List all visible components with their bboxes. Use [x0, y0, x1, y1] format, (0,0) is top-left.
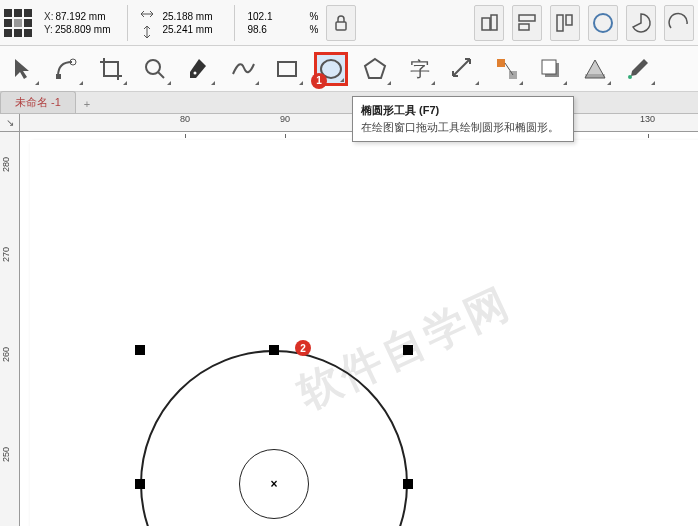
align-button-1[interactable]: [474, 5, 504, 41]
resize-handle-w[interactable]: [135, 479, 145, 489]
pie-button[interactable]: [626, 5, 656, 41]
width-value[interactable]: 25.188 mm: [162, 11, 222, 22]
align-icon: [554, 12, 576, 34]
resize-handle-ne[interactable]: [403, 345, 413, 355]
size-icons: [140, 7, 154, 39]
x-value[interactable]: 87.192 mm: [55, 11, 115, 22]
crop-icon: [98, 56, 124, 82]
resize-handle-n[interactable]: [269, 345, 279, 355]
svg-rect-12: [278, 62, 296, 76]
text-icon: 字: [406, 56, 432, 82]
connector-icon: [494, 56, 520, 82]
artistic-media-tool[interactable]: [226, 52, 260, 86]
document-tab[interactable]: 未命名 -1: [0, 91, 76, 113]
connector-tool[interactable]: [490, 52, 524, 86]
svg-point-10: [146, 60, 160, 74]
width-arrow-icon: [140, 7, 154, 21]
toolbox: 1 字: [0, 46, 698, 92]
eyedropper-tool[interactable]: [622, 52, 656, 86]
x-label: X:: [44, 11, 53, 22]
scale-y-value[interactable]: 98.6: [247, 24, 307, 35]
pie-icon: [630, 12, 652, 34]
ellipse-tool[interactable]: 1: [314, 52, 348, 86]
zoom-tool[interactable]: [138, 52, 172, 86]
resize-handle-e[interactable]: [403, 479, 413, 489]
curve-icon: [230, 56, 256, 82]
percent-label: %: [309, 24, 318, 35]
svg-rect-1: [482, 18, 490, 30]
selected-object[interactable]: × 2: [140, 350, 408, 526]
svg-point-21: [628, 75, 632, 79]
y-value[interactable]: 258.809 mm: [55, 24, 115, 35]
align-icon: [516, 12, 538, 34]
arc-button[interactable]: [664, 5, 694, 41]
svg-rect-19: [542, 60, 556, 74]
magnifier-icon: [142, 56, 168, 82]
position-group: X:87.192 mm Y:258.809 mm: [44, 11, 115, 35]
polygon-icon: [362, 56, 388, 82]
ruler-tick: 80: [180, 114, 190, 124]
lock-ratio-button[interactable]: [326, 5, 356, 41]
rectangle-icon: [274, 56, 300, 82]
scale-group: 102.1% 98.6%: [247, 11, 318, 35]
crop-tool[interactable]: [94, 52, 128, 86]
dropshadow-tool[interactable]: [534, 52, 568, 86]
shape-edit-icon: [54, 56, 80, 82]
size-group: 25.188 mm 25.241 mm: [162, 11, 222, 35]
svg-rect-0: [336, 22, 346, 30]
ruler-tick: 260: [1, 347, 11, 362]
tooltip-title: 椭圆形工具 (F7): [361, 103, 565, 118]
height-value[interactable]: 25.241 mm: [162, 24, 222, 35]
svg-marker-14: [365, 59, 385, 78]
svg-rect-8: [56, 74, 61, 79]
ruler-corner[interactable]: ↘: [0, 114, 20, 132]
ruler-tick: 90: [280, 114, 290, 124]
ellipse-prop-button[interactable]: [588, 5, 618, 41]
percent-label: %: [309, 11, 318, 22]
svg-rect-2: [491, 15, 497, 30]
scale-x-value[interactable]: 102.1: [247, 11, 307, 22]
ruler-tick: 130: [640, 114, 655, 124]
dropshadow-icon: [538, 56, 564, 82]
ruler-tick: 270: [1, 247, 11, 262]
new-tab-button[interactable]: +: [76, 95, 98, 113]
arc-icon: [668, 12, 690, 34]
freehand-tool[interactable]: [182, 52, 216, 86]
align-button-3[interactable]: [550, 5, 580, 41]
divider: [127, 5, 128, 41]
drawing-canvas[interactable]: 软件自学网 × 2: [30, 140, 698, 526]
svg-rect-20: [585, 74, 605, 78]
property-bar: X:87.192 mm Y:258.809 mm 25.188 mm 25.24…: [0, 0, 698, 46]
pick-tool[interactable]: [6, 52, 40, 86]
tooltip: 椭圆形工具 (F7) 在绘图窗口拖动工具绘制圆形和椭圆形。: [352, 96, 574, 142]
document-tab-bar: 未命名 -1 +: [0, 92, 698, 114]
height-arrow-icon: [140, 25, 154, 39]
resize-handle-nw[interactable]: [135, 345, 145, 355]
circle-icon: [592, 12, 614, 34]
center-marker-icon: ×: [270, 477, 277, 491]
shape-tool[interactable]: [50, 52, 84, 86]
svg-point-11: [194, 71, 197, 74]
svg-rect-3: [519, 15, 535, 21]
align-button-2[interactable]: [512, 5, 542, 41]
lock-icon: [330, 12, 352, 34]
vertical-ruler[interactable]: 280 270 260 250: [0, 132, 20, 526]
svg-text:字: 字: [410, 58, 430, 80]
text-tool[interactable]: 字: [402, 52, 436, 86]
anchor-origin-icon[interactable]: [4, 9, 32, 37]
eyedropper-icon: [626, 56, 652, 82]
pen-nib-icon: [186, 56, 212, 82]
svg-point-7: [594, 14, 612, 32]
transparency-tool[interactable]: [578, 52, 612, 86]
rectangle-tool[interactable]: [270, 52, 304, 86]
dimension-tool[interactable]: [446, 52, 480, 86]
pointer-icon: [10, 56, 36, 82]
svg-rect-4: [519, 24, 529, 30]
svg-rect-6: [566, 15, 572, 25]
dimension-icon: [450, 56, 476, 82]
badge-2: 2: [295, 340, 311, 356]
svg-rect-16: [497, 59, 505, 67]
polygon-tool[interactable]: [358, 52, 392, 86]
divider: [234, 5, 235, 41]
tooltip-body: 在绘图窗口拖动工具绘制圆形和椭圆形。: [361, 120, 565, 135]
